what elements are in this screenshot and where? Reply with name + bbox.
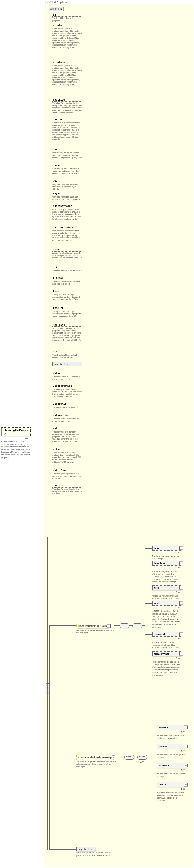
- element-label: note+: [152, 585, 181, 590]
- attribute-xml-lang[interactable]: xml:langSpecifies the language of this p…: [52, 323, 82, 341]
- attribute-valuedatatype[interactable]: valuedatatypeThe datatype of the value a…: [52, 384, 82, 398]
- element-narrower[interactable]: narrower+0..∞An identifier of a more spe…: [157, 763, 186, 777]
- attribute-how[interactable]: howIndicates by which means the value wa…: [52, 147, 82, 159]
- attribute-name: how: [52, 147, 82, 151]
- attribute-qcode[interactable]: qcodeA concept identifier expressed as a…: [52, 247, 82, 261]
- attribute-doc: The date (and, optionally, the time) whe…: [52, 102, 82, 114]
- element-doc: In NAR 1.8 and later, 'facet' is depreca…: [152, 610, 181, 628]
- expand-icon[interactable]: +: [179, 562, 183, 565]
- attribute-whyuri[interactable]: whyuriWhy the metadata has been included…: [52, 191, 82, 200]
- attribute-creatoruri[interactable]: creatoruriIf the property value is not d…: [52, 60, 82, 86]
- expand-icon[interactable]: +: [179, 547, 183, 550]
- group-label: ConceptRelationshipsGroup: [78, 756, 112, 759]
- any-other-label: any ##other: [76, 847, 95, 851]
- connector-line: [49, 849, 76, 850]
- element-label: facet+: [152, 601, 181, 606]
- sequence-icon: [137, 755, 147, 760]
- element-name[interactable]: name+0..∞A natural language name for the…: [152, 546, 181, 560]
- expand-icon[interactable]: +: [184, 783, 188, 786]
- attribute-doc: The type of the concept assigned as cont…: [52, 310, 82, 317]
- attribute-doc: If set to true the corresponding propert…: [52, 122, 82, 141]
- expand-icon[interactable]: +: [184, 745, 188, 748]
- element-doc: A natural language definition of the sem…: [152, 570, 181, 583]
- attribute-type[interactable]: typeThe type of the concept assigned as …: [52, 289, 82, 301]
- attribute-validto[interactable]: validtoThe date (and, optionally, the ti…: [52, 484, 82, 495]
- attribute-dir[interactable]: dirThe directionality of textual content…: [52, 349, 82, 359]
- connector-line: [150, 766, 157, 766]
- attribute-pubconstrainturi[interactable]: pubconstrainturiOne or many constraints …: [52, 225, 82, 242]
- expand-icon[interactable]: +: [184, 726, 188, 729]
- attribute-doc: Why the metadata has been included - exp…: [52, 183, 82, 190]
- attribute-doc: The date (and, optionally, the time) bef…: [52, 473, 82, 480]
- attribute-uri[interactable]: uriA URI which identifies a concept.: [52, 265, 82, 272]
- connector-line: [119, 757, 124, 757]
- element-note[interactable]: note+0..∞Additional natural language inf…: [152, 585, 181, 600]
- concept-definition-group[interactable]: ConceptDefinitionGroup −: [76, 624, 109, 628]
- expand-icon[interactable]: +: [179, 586, 183, 590]
- connector-line: [150, 785, 157, 785]
- element-occurs: 0..∞: [152, 591, 180, 594]
- element-occurs: 0..∞: [152, 637, 180, 640]
- element-broader[interactable]: broader+0..∞An identifier of a more gene…: [157, 744, 186, 758]
- element-related[interactable]: related+0..∞A related concept, where the…: [157, 782, 186, 802]
- attribute-doc: The identifier of a concept defining the…: [52, 431, 82, 442]
- attribute-value[interactable]: valueThe related value (see more in the …: [52, 371, 82, 380]
- attribute-doc: Indicates by which means the value was e…: [52, 152, 82, 159]
- expand-icon[interactable]: +: [184, 764, 188, 768]
- attribute-name: custom: [52, 117, 82, 121]
- attribute-modified[interactable]: modifiedThe date (and, optionally, the t…: [52, 98, 82, 114]
- attribute-any---other[interactable]: any ##other: [52, 362, 82, 366]
- element-hierarchyinfo[interactable]: hierarchyInfo+0..∞Represents the positio…: [152, 651, 181, 676]
- attribute-reluri[interactable]: reluriThe identifier of a concept defini…: [52, 447, 82, 463]
- expand-icon[interactable]: +: [179, 632, 183, 636]
- root-element[interactable]: planningExtProperty 0..∞ Extension Prope…: [1, 427, 31, 459]
- expand-icon[interactable]: +: [179, 652, 183, 656]
- attribute-rel[interactable]: relThe identifier of a concept defining …: [52, 426, 82, 442]
- expand-icon[interactable]: +: [179, 601, 183, 605]
- attribute-doc: The unit of the value attribute.: [52, 406, 82, 409]
- element-label: hierarchyInfo+: [152, 651, 181, 656]
- collapse-icon[interactable]: −: [112, 756, 115, 759]
- attribute-name: creatoruri: [52, 60, 82, 64]
- attribute-doc: The directionality of textual content (v…: [52, 354, 82, 359]
- connector-line: [145, 548, 145, 701]
- element-doc: A link to an item or a web resource whic…: [152, 641, 181, 649]
- attribute-name: value: [52, 371, 82, 375]
- connector-line: [150, 727, 150, 807]
- element-label: name+: [152, 546, 181, 551]
- element-label: related+: [157, 782, 186, 787]
- sequence-icon: [132, 623, 142, 628]
- attribute-name: xml:lang: [52, 323, 82, 327]
- concept-relationships-group[interactable]: ConceptRelationshipsGroup −: [76, 755, 113, 760]
- attribute-creator[interactable]: creatorIf the property value is not defi…: [52, 23, 82, 49]
- attribute-name: why: [52, 179, 82, 183]
- attribute-validfrom[interactable]: validfromThe date (and, optionally, the …: [52, 468, 82, 480]
- attribute-id[interactable]: idThe local identifier of the property.: [52, 12, 82, 22]
- attribute-doc: Indicates by which means the value was e…: [52, 167, 82, 175]
- element-sameas[interactable]: sameAs+0..∞An identifier of a concept wi…: [157, 725, 186, 739]
- attribute-name: any ##other: [52, 362, 82, 366]
- element-remoteinfo[interactable]: remoteInfo+0..∞A link to an item or a we…: [152, 632, 181, 649]
- attribute-valueunit[interactable]: valueunitThe unit of the value attribute…: [52, 402, 82, 409]
- attribute-valueunituri[interactable]: valueunituriThe unit of the value attrib…: [52, 413, 82, 423]
- any-other-element[interactable]: any ##other 0..∞ Extension point for pro…: [76, 847, 112, 857]
- attribute-name: pubconstraint: [52, 204, 82, 208]
- element-definition[interactable]: definition+0..∞A natural language defini…: [152, 561, 181, 583]
- element-occurs: 0..∞: [157, 749, 185, 752]
- element-doc: A natural language name for the concept.: [152, 555, 181, 560]
- sequence-connector: [46, 683, 50, 693]
- attribute-howuri[interactable]: howuriIndicates by which means the value…: [52, 163, 82, 175]
- attribute-custom[interactable]: customIf set to true the corresponding p…: [52, 117, 82, 141]
- attribute-why[interactable]: whyWhy the metadata has been included - …: [52, 179, 82, 190]
- element-facet[interactable]: facet+0..∞In NAR 1.8 and later, 'facet' …: [152, 601, 181, 628]
- attribute-typeuri[interactable]: typeuriThe type of the concept assigned …: [52, 306, 82, 317]
- attribute-literal[interactable]: literalA concept identifier expressed as…: [52, 276, 82, 285]
- attribute-doc: A URI which identifies a concept.: [52, 270, 82, 272]
- attribute-name: qcode: [52, 247, 82, 252]
- element-label: sameAs+: [157, 725, 186, 730]
- attribute-doc: The local identifier of the property.: [52, 17, 82, 22]
- connector-line: [145, 588, 152, 588]
- collapse-icon[interactable]: −: [107, 624, 111, 628]
- attribute-pubconstraint[interactable]: pubconstraintOne or many constraints tha…: [52, 204, 82, 220]
- root-element-label: planningExtProperty: [1, 427, 31, 436]
